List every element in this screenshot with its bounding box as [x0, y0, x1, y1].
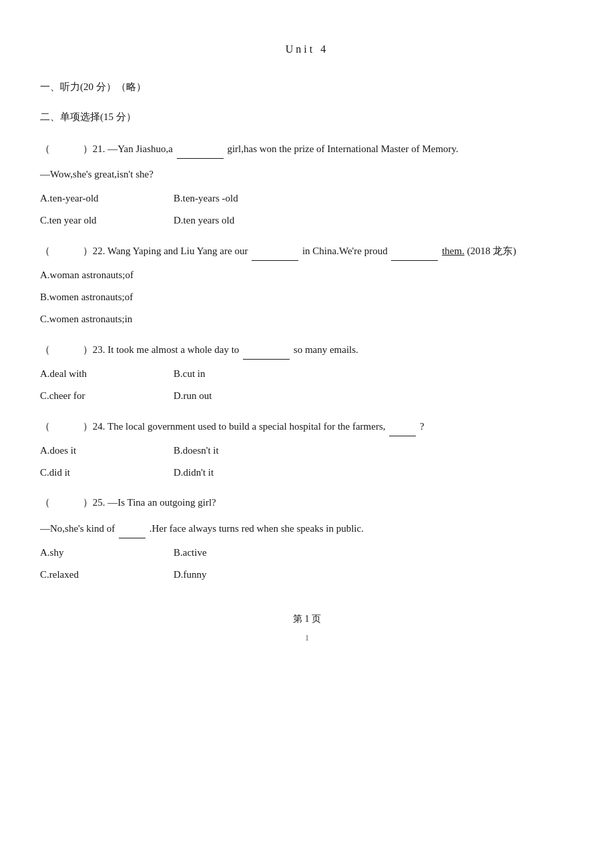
q24-question-mark: ? — [420, 421, 424, 432]
question-25: （ ）25. —Is Tina an outgoing girl? —No,sh… — [40, 492, 574, 584]
q22-suffix: (2018 龙东) — [467, 246, 517, 256]
q24-options-row2: C.did it D.didn't it — [40, 464, 574, 482]
q22-blank2 — [391, 240, 438, 261]
q24-number: ）24. — [83, 421, 105, 432]
q22-paren: （ — [40, 241, 80, 261]
q21-followup-text: —Wow,she's great,isn't she? — [40, 169, 154, 179]
q21-option-d: D.ten years old — [174, 211, 280, 230]
q23-option-c: C.cheer for — [40, 387, 147, 405]
q23-text-after: so many emails. — [294, 344, 358, 355]
q22-option-a: A.woman astronauts;of — [40, 266, 147, 284]
q22-option-b: B.women astronauts;of — [40, 288, 147, 306]
page-footer-label: 第 1 页 — [40, 610, 574, 627]
q23-line: （ ）23. It took me almost a whole day to … — [40, 339, 574, 360]
q24-option-a: A.does it — [40, 442, 147, 460]
q25-options-row1: A.shy B.active — [40, 544, 574, 562]
q21-options-row2: C.ten year old D.ten years old — [40, 211, 574, 230]
q23-number: ）23. — [83, 344, 105, 355]
q25-options-row2: C.relaxed D.funny — [40, 566, 574, 584]
section-choice: 二、单项选择(15 分） — [40, 108, 574, 126]
q24-option-b: B.doesn't it — [174, 442, 280, 460]
q21-text-before: —Yan Jiashuo,a — [107, 143, 173, 154]
q24-text-before: The local government used to build a spe… — [107, 421, 386, 432]
q22-options-row2: B.women astronauts;of — [40, 288, 574, 306]
q23-option-d: D.run out — [174, 387, 280, 405]
q25-line2: —No,she's kind of .Her face always turns… — [40, 518, 574, 538]
question-24: （ ）24. The local government used to buil… — [40, 416, 574, 482]
q22-options-row1: A.woman astronauts;of — [40, 266, 574, 284]
q25-option-c: C.relaxed — [40, 566, 147, 584]
q24-paren: （ — [40, 416, 80, 436]
q23-options-row2: C.cheer for D.run out — [40, 387, 574, 405]
q24-option-d: D.didn't it — [174, 464, 280, 482]
q22-text-before: Wang Yaping and Liu Yang are our — [107, 246, 248, 256]
q23-option-b: B.cut in — [174, 365, 280, 383]
q22-number: ）22. — [83, 246, 105, 256]
q21-paren: （ — [40, 139, 80, 159]
q23-paren: （ — [40, 340, 80, 360]
question-21: （ ）21. —Yan Jiashuo,a girl,has won the p… — [40, 138, 574, 230]
q21-blank — [177, 138, 224, 159]
q23-option-a: A.deal with — [40, 365, 147, 383]
q21-option-a: A.ten-year-old — [40, 189, 147, 207]
q24-blank — [389, 416, 416, 436]
q25-blank — [119, 518, 145, 538]
q22-option-c: C.women astronauts;in — [40, 310, 147, 328]
q25-followup-before: —No,she's kind of — [40, 523, 115, 534]
question-23: （ ）23. It took me almost a whole day to … — [40, 339, 574, 405]
q22-options-row3: C.women astronauts;in — [40, 310, 574, 328]
q21-options: A.ten-year-old B.ten-years -old — [40, 189, 574, 207]
q25-followup-after: .Her face always turns red when she spea… — [149, 523, 364, 534]
q25-text-before: —Is Tina an outgoing girl? — [107, 497, 216, 508]
q23-options-row1: A.deal with B.cut in — [40, 365, 574, 383]
q23-text-before: It took me almost a whole day to — [107, 344, 239, 355]
q25-paren: （ — [40, 492, 80, 512]
q25-option-b: B.active — [174, 544, 280, 562]
q21-option-c: C.ten year old — [40, 211, 147, 230]
q21-number: ）21. — [83, 143, 105, 154]
q21-option-b: B.ten-years -old — [174, 189, 280, 207]
section-listening: 一、听力(20 分）（略） — [40, 78, 574, 96]
q24-line: （ ）24. The local government used to buil… — [40, 416, 574, 436]
q23-blank — [243, 339, 290, 360]
page-number: 1 — [40, 631, 574, 646]
q25-option-d: D.funny — [174, 566, 280, 584]
q21-followup: —Wow,she's great,isn't she? — [40, 164, 574, 184]
q25-line1: （ ）25. —Is Tina an outgoing girl? — [40, 492, 574, 512]
q25-option-a: A.shy — [40, 544, 147, 562]
q22-line: （ ）22. Wang Yaping and Liu Yang are our … — [40, 240, 574, 261]
q21-text-after: girl,has won the prize of International … — [227, 143, 458, 154]
page-title: Unit 4 — [40, 40, 574, 59]
q22-underline: them. — [442, 246, 465, 256]
q21-line: （ ）21. —Yan Jiashuo,a girl,has won the p… — [40, 138, 574, 159]
question-22: （ ）22. Wang Yaping and Liu Yang are our … — [40, 240, 574, 328]
q24-options-row1: A.does it B.doesn't it — [40, 442, 574, 460]
q24-option-c: C.did it — [40, 464, 147, 482]
q22-blank1 — [252, 240, 298, 261]
q22-text-middle: in China.We're proud — [302, 246, 388, 256]
q25-number: ）25. — [83, 497, 105, 508]
